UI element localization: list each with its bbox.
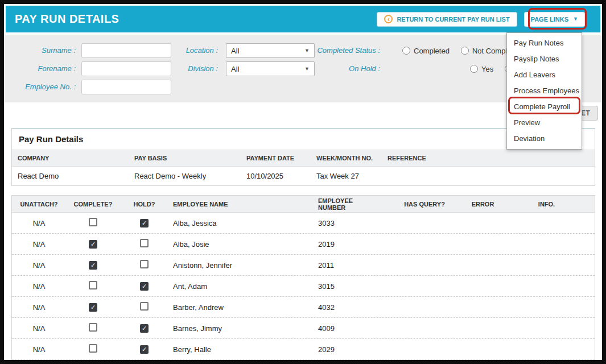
page-links-button[interactable]: PAGE LINKS ▼	[524, 12, 585, 27]
return-button-label: RETURN TO CURRENT PAY RUN LIST	[397, 16, 509, 23]
employee-table-card: UNATTACH? COMPLETE? HOLD? EMPLOYEE NAME …	[11, 195, 595, 360]
employee-number-cell: 2019	[314, 240, 382, 249]
column-header-has-query: HAS QUERY?	[382, 201, 467, 208]
complete-checkbox[interactable]: ✓	[89, 240, 97, 249]
employee-number-cell: 3033	[314, 219, 382, 228]
column-header-complete: COMPLETE?	[66, 201, 120, 208]
employee-number-cell: 3015	[314, 282, 382, 291]
completed-status-label: Completed Status :	[263, 43, 380, 58]
hold-checkbox-cell: ✓	[120, 324, 168, 333]
page-links-label: PAGE LINKS	[531, 16, 568, 23]
table-row: N/A✓Ant, Adam3015	[12, 276, 595, 297]
on-hold-yes-label: Yes	[481, 65, 493, 73]
table-row: N/A✓Berry, Halle2029	[12, 339, 595, 360]
unattach-cell: N/A	[12, 324, 66, 333]
week-month-no-value: Tax Week 27	[311, 167, 382, 185]
unattach-cell: N/A	[12, 345, 66, 354]
employee-name-cell: Alba, Josie	[168, 240, 314, 249]
column-header-reference: REFERENCE	[382, 150, 595, 166]
company-value: React Demo	[12, 167, 129, 185]
column-header-company: COMPANY	[12, 150, 129, 166]
back-arrow-icon: ‹	[384, 15, 393, 23]
menu-item-payslip-notes[interactable]: Payslip Notes	[507, 51, 582, 67]
unattach-cell: N/A	[12, 219, 66, 228]
complete-checkbox[interactable]	[89, 281, 97, 289]
unattach-cell: N/A	[12, 240, 66, 249]
return-to-pay-run-list-button[interactable]: ‹ RETURN TO CURRENT PAY RUN LIST	[377, 12, 517, 27]
column-header-employee-name: EMPLOYEE NAME	[168, 201, 314, 208]
location-value: All	[231, 47, 239, 55]
complete-checkbox[interactable]: ✓	[89, 261, 97, 270]
employee-number-cell: 4009	[314, 324, 382, 333]
pay-run-details-data-row: React Demo React Demo - Weekly 10/10/202…	[12, 167, 595, 185]
employee-name-cell: Anistonn, Jennifer	[168, 261, 314, 270]
hold-checkbox[interactable]	[140, 260, 149, 268]
table-row: N/A✓Barnes, Jimmy4009	[12, 318, 595, 339]
header-actions: ‹ RETURN TO CURRENT PAY RUN LIST PAGE LI…	[377, 12, 585, 27]
completed-radio-label: Completed	[414, 47, 450, 55]
pay-run-details-header-row: COMPANY PAY BASIS PAYMENT DATE WEEK/MONT…	[12, 150, 595, 167]
completed-status-radio-group: Completed Not Completed	[402, 43, 522, 58]
surname-label: Surname :	[4, 43, 76, 58]
menu-item-deviation[interactable]: Deviation	[507, 131, 582, 147]
menu-item-add-leavers[interactable]: Add Leavers	[507, 67, 582, 83]
column-header-unattach: UNATTACH?	[12, 201, 66, 208]
chevron-down-icon: ▼	[573, 16, 578, 22]
hold-checkbox-cell	[120, 260, 168, 270]
complete-checkbox[interactable]	[89, 323, 97, 332]
pay-basis-value: React Demo - Weekly	[129, 167, 241, 185]
hold-checkbox[interactable]	[140, 239, 149, 247]
hold-checkbox[interactable]: ✓	[140, 345, 149, 354]
location-label: Location :	[152, 43, 218, 58]
column-header-error: ERROR	[467, 201, 498, 208]
complete-checkbox[interactable]	[89, 218, 97, 226]
table-row: N/A✓Alba, Jessica3033	[12, 213, 595, 234]
column-header-hold: HOLD?	[120, 201, 168, 208]
page-title: PAY RUN DETAILS	[15, 13, 119, 26]
complete-checkbox-cell	[66, 281, 120, 291]
hold-checkbox-cell	[120, 302, 168, 312]
complete-checkbox[interactable]: ✓	[89, 303, 97, 312]
complete-checkbox-cell	[66, 323, 120, 333]
table-row: N/A✓Barber, Andrew4032	[12, 297, 595, 318]
forename-label: Forename :	[4, 61, 76, 76]
column-header-info: INFO.	[498, 201, 595, 208]
employee-table-header-row: UNATTACH? COMPLETE? HOLD? EMPLOYEE NAME …	[12, 196, 595, 213]
division-label: Division :	[152, 61, 218, 76]
hold-checkbox[interactable]: ✓	[140, 219, 149, 228]
hold-checkbox[interactable]	[140, 302, 149, 311]
reference-value	[382, 167, 595, 185]
employee-number-cell: 2029	[314, 345, 382, 354]
menu-item-pay-run-notes[interactable]: Pay Run Notes	[507, 35, 582, 51]
complete-checkbox-cell: ✓	[66, 239, 120, 249]
app-window: PAY RUN DETAILS ‹ RETURN TO CURRENT PAY …	[0, 0, 606, 364]
hold-checkbox-cell	[120, 239, 168, 249]
hold-checkbox[interactable]: ✓	[140, 282, 149, 291]
hold-checkbox-cell: ✓	[120, 345, 168, 354]
not-completed-radio[interactable]	[461, 47, 469, 55]
table-row: N/A✓Alba, Josie2019	[12, 234, 595, 255]
employee-rows: N/A✓Alba, Jessica3033N/A✓Alba, Josie2019…	[12, 213, 595, 360]
column-header-pay-basis: PAY BASIS	[129, 150, 241, 166]
on-hold-label: On Hold :	[263, 61, 380, 76]
page-links-menu: Pay Run NotesPayslip NotesAdd LeaversPro…	[506, 32, 582, 150]
top-header-bar: PAY RUN DETAILS ‹ RETURN TO CURRENT PAY …	[6, 6, 600, 32]
menu-item-process-employees[interactable]: Process Employees	[507, 83, 582, 99]
employee-name-cell: Barber, Andrew	[168, 303, 314, 312]
menu-item-preview[interactable]: Preview	[507, 115, 582, 131]
complete-checkbox[interactable]	[89, 344, 97, 353]
employee-name-cell: Barnes, Jimmy	[168, 324, 314, 333]
hold-checkbox[interactable]: ✓	[140, 324, 149, 333]
employee-number-cell: 4032	[314, 303, 382, 312]
employee-name-cell: Alba, Jessica	[168, 219, 314, 228]
on-hold-yes-radio[interactable]	[470, 65, 478, 73]
employee-name-cell: Ant, Adam	[168, 282, 314, 291]
complete-checkbox-cell	[66, 344, 120, 354]
employee-no-input[interactable]	[81, 80, 171, 94]
column-header-payment-date: PAYMENT DATE	[241, 150, 311, 166]
division-value: All	[231, 65, 239, 73]
completed-radio[interactable]	[402, 47, 410, 55]
unattach-cell: N/A	[12, 303, 66, 312]
hold-checkbox-cell: ✓	[120, 282, 168, 291]
menu-item-complete-payroll[interactable]: Complete Payroll	[507, 99, 582, 115]
